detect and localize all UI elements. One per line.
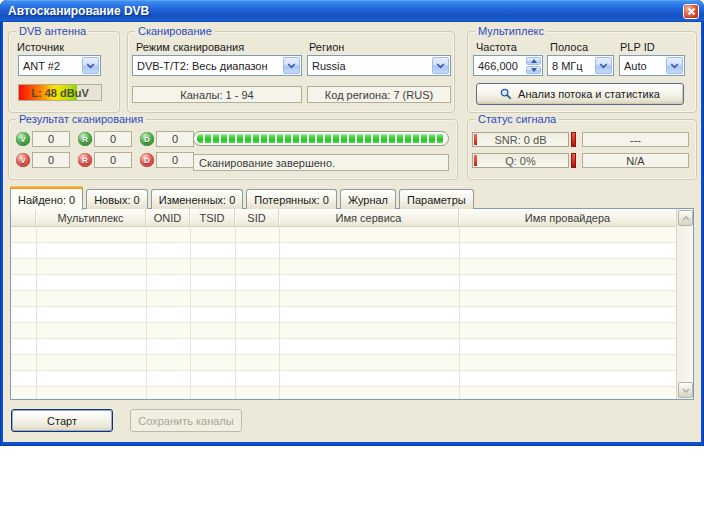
col-tsid[interactable]: TSID <box>190 209 235 226</box>
col-provider-name[interactable]: Имя провайдера <box>459 209 676 226</box>
analyze-button-label: Анализ потока и статистика <box>518 88 660 100</box>
grid-line <box>36 227 37 399</box>
tab-changed[interactable]: Измененных: 0 <box>151 189 244 209</box>
grid-line <box>279 227 280 399</box>
analyze-stream-button[interactable]: Анализ потока и статистика <box>476 83 684 105</box>
tab-new[interactable]: Новых: 0 <box>86 189 148 209</box>
dropdown-button[interactable] <box>283 57 300 74</box>
dialog-client-area: DVB антенна Источник ANT #2 L: 48 dBuV С… <box>3 22 701 442</box>
region-select[interactable]: Russia <box>307 55 451 76</box>
window-title: Автосканирование DVB <box>8 4 149 18</box>
progress-fill <box>197 134 445 143</box>
data-ok-icon: D <box>140 132 154 146</box>
tab-settings[interactable]: Параметры <box>399 189 474 209</box>
region-value: Russia <box>308 60 432 72</box>
signal-level-meter: L: 48 dBuV <box>18 84 102 101</box>
frequency-value: 466,000 <box>474 60 526 72</box>
level-text: L: 48 dBuV <box>19 85 101 100</box>
triangle-up-icon <box>531 59 537 63</box>
chevron-down-icon <box>436 63 445 69</box>
spin-down-button[interactable] <box>526 66 541 74</box>
scroll-up-button[interactable] <box>678 210 693 226</box>
start-button[interactable]: Старт <box>11 409 113 432</box>
group-dvb-antenna: DVB антенна Источник ANT #2 L: 48 dBuV <box>8 31 120 113</box>
radio-fail-count: 0 <box>94 152 132 168</box>
chevron-down-icon <box>599 63 608 69</box>
list-body[interactable] <box>11 227 676 399</box>
chevron-down-icon <box>670 63 679 69</box>
quality-peak-bar <box>571 153 576 168</box>
data-fail-count: 0 <box>156 152 194 168</box>
group-title: DVB антенна <box>16 25 89 37</box>
scan-mode-label: Режим сканирования <box>136 41 244 53</box>
dialog-window: Автосканирование DVB DVB антенна Источни… <box>0 0 704 446</box>
col-service-name[interactable]: Имя сервиса <box>279 209 459 226</box>
video-fail-count: 0 <box>32 152 70 168</box>
group-title: Результат сканирования <box>16 113 146 125</box>
dropdown-button[interactable] <box>666 57 683 74</box>
scroll-down-button[interactable] <box>678 382 693 398</box>
scan-status-field: Сканирование завершено. <box>193 154 449 171</box>
group-scan-result: Результат сканирования V 0 R 0 D 0 V 0 R… <box>8 119 458 180</box>
chevron-up-icon <box>682 216 690 221</box>
grid-line <box>190 227 191 399</box>
quality-value-field: N/A <box>582 153 689 168</box>
scan-mode-select[interactable]: DVB-T/T2: Весь диапазон <box>132 55 302 76</box>
snr-value-field: --- <box>582 132 689 147</box>
data-fail-icon: D <box>140 153 154 167</box>
col-multiplex[interactable]: Мультиплекс <box>36 209 146 226</box>
dropdown-button[interactable] <box>82 57 99 74</box>
group-multiplex: Мультиплекс Частота Полоса PLP ID 466,00… <box>467 31 697 113</box>
radio-ok-icon: R <box>78 132 92 146</box>
antenna-source-value: ANT #2 <box>19 60 82 72</box>
plp-id-value: Auto <box>620 60 666 72</box>
antenna-source-select[interactable]: ANT #2 <box>18 55 101 76</box>
col-onid[interactable]: ONID <box>146 209 190 226</box>
tab-found[interactable]: Найдено: 0 <box>10 186 83 210</box>
plp-id-select[interactable]: Auto <box>619 55 685 76</box>
group-title: Статус сигнала <box>475 113 559 125</box>
video-ok-count: 0 <box>32 131 70 147</box>
video-ok-icon: V <box>16 132 30 146</box>
chevron-down-icon <box>86 63 95 69</box>
scan-progress-bar <box>193 131 449 146</box>
dropdown-button[interactable] <box>595 57 612 74</box>
col-icon[interactable] <box>11 209 36 226</box>
col-sid[interactable]: SID <box>235 209 279 226</box>
spin-up-button[interactable] <box>526 57 541 65</box>
group-title: Мультиплекс <box>475 25 547 37</box>
close-button[interactable] <box>683 4 699 19</box>
magnifier-icon <box>500 88 512 100</box>
channels-info-field: Каналы: 1 - 94 <box>132 86 302 103</box>
grid-line <box>146 227 147 399</box>
vertical-scrollbar[interactable] <box>676 209 693 399</box>
save-channels-button[interactable]: Сохранить каналы <box>130 409 242 432</box>
bandwidth-label: Полоса <box>550 41 588 53</box>
bandwidth-value: 8 МГц <box>548 60 595 72</box>
tab-bar: Найдено: 0 Новых: 0 Измененных: 0 Потеря… <box>10 185 474 209</box>
quality-meter: Q: 0% <box>472 153 569 168</box>
region-code-field: Код региона: 7 (RUS) <box>307 86 451 103</box>
chevron-down-icon <box>682 388 690 393</box>
source-label: Источник <box>17 41 64 53</box>
chevron-down-icon <box>287 63 296 69</box>
close-icon <box>687 7 696 16</box>
tab-journal[interactable]: Журнал <box>340 189 396 209</box>
frequency-spinner[interactable]: 466,000 <box>473 55 543 76</box>
radio-ok-count: 0 <box>94 131 132 147</box>
plp-id-label: PLP ID <box>620 41 655 53</box>
snr-meter: SNR: 0 dB <box>472 132 569 147</box>
radio-fail-icon: R <box>78 153 92 167</box>
group-title: Сканирование <box>135 25 215 37</box>
group-signal-status: Статус сигнала SNR: 0 dB --- Q: 0% N/A <box>467 119 697 180</box>
data-ok-count: 0 <box>156 131 194 147</box>
titlebar[interactable]: Автосканирование DVB <box>0 0 704 22</box>
grid-line <box>459 227 460 399</box>
video-fail-icon: V <box>16 153 30 167</box>
snr-peak-bar <box>571 132 576 147</box>
bandwidth-select[interactable]: 8 МГц <box>547 55 614 76</box>
tab-lost[interactable]: Потерянных: 0 <box>246 189 337 209</box>
triangle-down-icon <box>531 68 537 72</box>
group-scanning: Сканирование Режим сканирования Регион D… <box>127 31 455 113</box>
dropdown-button[interactable] <box>432 57 449 74</box>
